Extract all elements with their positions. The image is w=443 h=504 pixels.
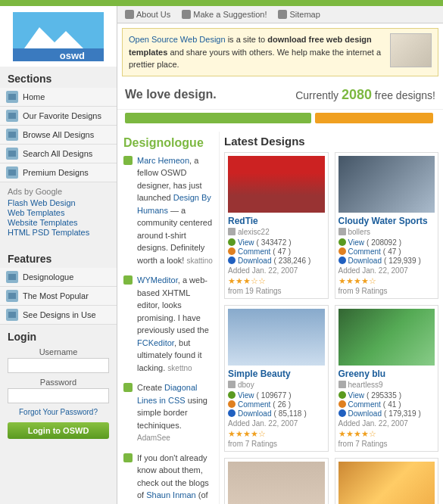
download-icon — [338, 409, 346, 417]
entry-bullet-3 — [123, 383, 133, 392]
sidebar-item-browse-designs[interactable]: Browse All Designs — [0, 126, 117, 145]
sidebar-item-home[interactable]: Home — [0, 88, 117, 107]
features-title: Features — [0, 247, 117, 268]
view-link-simple-beauty[interactable]: View — [238, 391, 254, 400]
stat-view-redtie: View (343472) — [228, 238, 325, 247]
tagline-left: We love design. — [125, 88, 217, 101]
added-date-simple-beauty: Added Jan. 22, 2007 — [228, 419, 325, 428]
download-link-redtie[interactable]: Download — [238, 257, 271, 265]
marc-hemeon-link[interactable]: Marc Hemeon — [137, 156, 189, 165]
design-thumb-greeny — [338, 309, 435, 366]
stat-view-simple-beauty: View (109677) — [228, 391, 325, 400]
forgot-password-link[interactable]: Forgot Your Password? — [8, 408, 109, 416]
view-link-greeny[interactable]: View — [348, 391, 365, 400]
entry-text-1: Marc Hemeon, a fellow OSWD designer, has… — [137, 154, 213, 267]
sidebar-item-designologue[interactable]: Designologue — [0, 268, 117, 287]
username-input[interactable] — [8, 358, 109, 373]
login-button[interactable]: Login to OSWD — [8, 422, 109, 439]
designologue-column: Designologue Marc Hemeon, a fellow OSWD … — [117, 132, 220, 505]
sidebar: oswd Sections Home Our Favorite Designs … — [0, 6, 117, 504]
ads-link-website-templates[interactable]: Website Templates — [8, 218, 109, 227]
view-icon — [338, 238, 346, 246]
sitemap-nav[interactable]: Sitemap — [278, 10, 320, 19]
oswd-link[interactable]: Open Source Web Design — [129, 35, 226, 44]
entry-bullet-2 — [123, 275, 133, 285]
logo-box: oswd — [13, 12, 104, 61]
username-label: Username — [8, 347, 109, 356]
view-link-redtie[interactable]: View — [238, 238, 254, 247]
comment-link-cloudy[interactable]: Comment — [348, 247, 381, 256]
added-date-redtie: Added Jan. 22, 2007 — [228, 266, 325, 275]
suggestion-nav[interactable]: Make a Suggestion! — [182, 10, 267, 19]
logo-text: oswd — [60, 50, 85, 61]
view-icon — [338, 391, 346, 399]
design-thumb-redtie — [228, 156, 325, 213]
ads-link-web-templates[interactable]: Web Templates — [8, 208, 109, 217]
ads-link-flash[interactable]: Flash Web Design — [8, 198, 109, 207]
design-card-greeny: Greeny blu heartless9 View (295335) — [335, 305, 439, 452]
progress-bar-orange — [315, 113, 433, 123]
sidebar-item-premium-designs[interactable]: Premium Designs — [0, 163, 117, 182]
designologue-entry-3: Create Diagonal Lines in CSS using simpl… — [123, 381, 213, 444]
password-label: Password — [8, 378, 109, 387]
comment-link-greeny[interactable]: Comment — [348, 400, 381, 409]
stat-comment-cloudy: Comment (47) — [338, 247, 435, 256]
about-us-label: About Us — [136, 10, 170, 19]
entry-author-1: skattino — [186, 257, 212, 265]
stat-comment-redtie: Comment (47) — [228, 247, 325, 256]
fckeditor-link[interactable]: FCKeditor — [137, 338, 174, 347]
login-section: Login Username Password Forgot Your Pass… — [0, 325, 117, 445]
design-name-greeny[interactable]: Greeny blu — [338, 369, 435, 379]
ads-link-html-psd[interactable]: HTML PSD Templates — [8, 228, 109, 237]
view-link-cloudy[interactable]: View — [348, 238, 365, 247]
comment-link-simple-beauty[interactable]: Comment — [238, 400, 270, 409]
sidebar-item-most-popular[interactable]: The Most Popular — [0, 287, 117, 306]
stat-comment-simple-beauty: Comment (26) — [228, 400, 325, 409]
oswd-logo-decorative — [390, 33, 432, 67]
latest-designs-title: Latest Designs — [224, 135, 438, 148]
design-stats-cloudy: View (208092) Comment (47) Download — [338, 238, 435, 295]
rating-count-greeny: from 7 Ratings — [338, 440, 435, 448]
stat-download-greeny: Download (179,319) — [338, 409, 435, 418]
download-link-cloudy[interactable]: Download — [348, 257, 382, 265]
design-name-redtie[interactable]: RedTie — [228, 216, 325, 226]
design-card-bottom1 — [224, 458, 329, 505]
design-author-simple-beauty: dboy — [228, 381, 325, 389]
sidebar-item-search-designs[interactable]: Search All Designs — [0, 145, 117, 163]
design-thumb-bottom1 — [228, 462, 325, 505]
top-nav: About Us Make a Suggestion! Sitemap — [117, 6, 443, 23]
about-us-nav[interactable]: About Us — [125, 10, 170, 19]
stat-download-simple-beauty: Download (85,118) — [228, 409, 325, 418]
ads-title: Ads by Google — [8, 187, 109, 196]
comment-link-redtie[interactable]: Comment — [238, 247, 270, 256]
shaun-inman-link[interactable]: Shaun Inman — [146, 490, 195, 499]
added-date-cloudy: Added Jan. 22, 2007 — [338, 266, 435, 275]
sidebar-item-label: Home — [23, 92, 45, 101]
logo-mountain-svg: oswd — [13, 12, 104, 61]
added-date-greeny: Added Jan. 22, 2007 — [338, 419, 435, 428]
download-icon — [228, 409, 236, 417]
star-rating-redtie: ★★★☆☆ — [228, 276, 325, 286]
diagonal-lines-link[interactable]: Diagonal Lines in CSS — [137, 383, 198, 405]
design-stats-redtie: View (343472) Comment (47) Download — [228, 238, 325, 295]
download-link-simple-beauty[interactable]: Download — [238, 409, 271, 418]
design-name-simple-beauty[interactable]: Simple Beauty — [228, 369, 325, 379]
design-author-cloudy: bollers — [338, 228, 435, 236]
grid-icon — [6, 129, 18, 141]
download-link-greeny[interactable]: Download — [348, 409, 382, 418]
comment-icon — [338, 400, 346, 408]
inuse-icon — [6, 309, 18, 321]
designologue-title: Designologue — [123, 136, 213, 150]
rating-count-simple-beauty: from 7 Ratings — [228, 440, 325, 448]
design-name-cloudy[interactable]: Cloudy Water Sports — [338, 216, 435, 226]
login-title: Login — [8, 331, 109, 343]
wymeditor-link[interactable]: WYMeditor — [137, 275, 178, 285]
rating-count-cloudy: from 9 Ratings — [338, 287, 435, 295]
design-by-humans-link[interactable]: Design By Humans — [137, 193, 211, 215]
news-logo — [390, 33, 432, 67]
sidebar-item-favorite-designs[interactable]: Our Favorite Designs — [0, 107, 117, 126]
entry-bullet-4 — [123, 453, 133, 462]
sidebar-item-designs-in-use[interactable]: See Designs in Use — [0, 306, 117, 325]
sidebar-item-label: The Most Popular — [23, 291, 89, 300]
password-input[interactable] — [8, 388, 109, 403]
